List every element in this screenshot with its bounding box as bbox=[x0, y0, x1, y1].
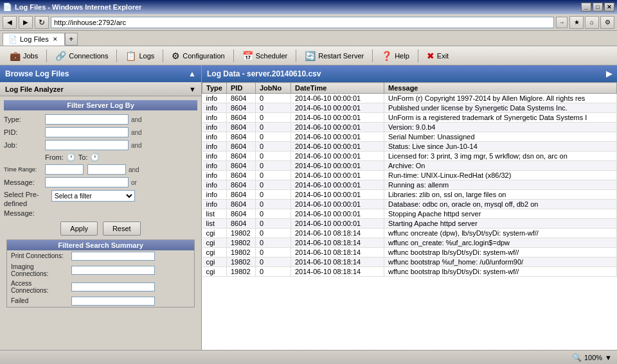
predefined-message-select[interactable]: Select a filter bbox=[51, 190, 135, 202]
close-button[interactable]: ✕ bbox=[604, 3, 614, 12]
exit-button[interactable]: ✖ Exit bbox=[421, 48, 454, 64]
pid-filter-row: PID: and bbox=[4, 127, 197, 137]
time-range-label: Time Range: bbox=[4, 166, 42, 173]
address-input[interactable] bbox=[51, 17, 554, 28]
title-bar-buttons[interactable]: _ □ ✕ bbox=[581, 3, 614, 12]
tab-log-files[interactable]: 📄 Log Files ✕ bbox=[3, 33, 65, 46]
help-button[interactable]: ❓ Help bbox=[375, 48, 415, 64]
help-icon: ❓ bbox=[381, 51, 392, 61]
connections-icon: 🔗 bbox=[55, 51, 66, 61]
cell-datetime: 2014-06-10 00:00:01 bbox=[291, 190, 384, 200]
cell-datetime: 2014-06-10 00:00:01 bbox=[291, 219, 384, 229]
cell-datetime: 2014-06-10 00:00:01 bbox=[291, 180, 384, 190]
tab-close-button[interactable]: ✕ bbox=[51, 35, 59, 43]
browse-log-files-header: Browse Log Files ▲ bbox=[0, 65, 201, 82]
zoom-icon: 🔍 bbox=[572, 353, 582, 362]
browse-panel-toggle[interactable]: ▲ bbox=[188, 69, 196, 78]
cell-pid: 8604 bbox=[227, 113, 256, 123]
main-layout: Browse Log Files ▲ Log File Analyzer ▼ F… bbox=[0, 65, 617, 350]
print-connections-input[interactable] bbox=[71, 252, 155, 261]
separator-1 bbox=[46, 49, 47, 62]
job-label: Job: bbox=[4, 141, 42, 149]
table-row[interactable]: cgi 19802 0 2014-06-10 08:18:14 wffunc b… bbox=[202, 248, 617, 257]
favorites-button[interactable]: ★ bbox=[569, 16, 584, 29]
cell-jobno: 0 bbox=[256, 180, 291, 190]
restart-server-button[interactable]: 🔄 Restart Server bbox=[299, 48, 370, 64]
table-row[interactable]: info 8604 0 2014-06-10 00:00:01 Licensed… bbox=[202, 152, 617, 161]
table-row[interactable]: list 8604 0 2014-06-10 00:00:01 Stopping… bbox=[202, 209, 617, 219]
cell-pid: 19802 bbox=[227, 238, 256, 248]
summary-title: Filtered Search Summary bbox=[7, 240, 194, 250]
select-predefined-label: Select Pre-defined Message: bbox=[4, 190, 49, 218]
scheduler-button[interactable]: 📅 Scheduler bbox=[237, 48, 294, 64]
back-button[interactable]: ◀ bbox=[3, 16, 17, 29]
table-row[interactable]: info 8604 0 2014-06-10 00:00:01 Running … bbox=[202, 180, 617, 190]
table-row[interactable]: cgi 19802 0 2014-06-10 08:18:14 wffunc o… bbox=[202, 229, 617, 238]
jobs-button[interactable]: 💼 Jobs bbox=[4, 48, 44, 64]
zoom-dropdown-arrow[interactable]: ▼ bbox=[605, 354, 612, 361]
tab-label: Log Files bbox=[20, 35, 49, 43]
job-and: and bbox=[131, 142, 142, 149]
reset-button[interactable]: Reset bbox=[103, 221, 141, 236]
cell-type: info bbox=[202, 113, 227, 123]
table-row[interactable]: info 8604 0 2014-06-10 00:00:01 Database… bbox=[202, 200, 617, 209]
table-row[interactable]: info 8604 0 2014-06-10 00:00:01 Run-time… bbox=[202, 171, 617, 180]
job-input[interactable] bbox=[45, 140, 129, 150]
cell-jobno: 0 bbox=[256, 103, 291, 113]
apply-button[interactable]: Apply bbox=[60, 221, 98, 236]
cell-message: wffunc oncreate (dpw), lb/syDt/syDi: sys… bbox=[384, 229, 617, 238]
access-connections-input[interactable] bbox=[71, 282, 155, 291]
time-from-input[interactable] bbox=[45, 164, 84, 175]
new-tab-button[interactable]: + bbox=[65, 33, 78, 46]
settings-button[interactable]: ⚙ bbox=[600, 16, 614, 29]
title-bar: 📄 Log Files - Windows Internet Explorer … bbox=[0, 0, 617, 14]
table-row[interactable]: cgi 19802 0 2014-06-10 08:18:14 wffunc b… bbox=[202, 257, 617, 267]
analyzer-toggle-arrow[interactable]: ▼ bbox=[189, 85, 196, 93]
table-row[interactable]: info 8604 0 2014-06-10 00:00:01 Archive:… bbox=[202, 161, 617, 171]
to-clock-icon: 🕐 bbox=[90, 153, 100, 162]
cell-type: info bbox=[202, 152, 227, 161]
cell-jobno: 0 bbox=[256, 152, 291, 161]
connections-button[interactable]: 🔗 Connections bbox=[49, 48, 114, 64]
imaging-connections-input[interactable] bbox=[71, 266, 155, 275]
table-row[interactable]: info 8604 0 2014-06-10 00:00:01 UnForm i… bbox=[202, 113, 617, 123]
title-bar-left: 📄 Log Files - Windows Internet Explorer bbox=[3, 3, 141, 12]
cell-jobno: 0 bbox=[256, 123, 291, 132]
filter-title: Filter Server Log By bbox=[4, 100, 197, 110]
configuration-button[interactable]: ⚙ Configuration bbox=[166, 48, 230, 64]
cell-jobno: 0 bbox=[256, 94, 291, 103]
table-row[interactable]: cgi 19802 0 2014-06-10 08:18:14 wffunc o… bbox=[202, 238, 617, 248]
jobs-icon: 💼 bbox=[10, 51, 21, 61]
go-button[interactable]: → bbox=[556, 17, 568, 28]
cell-pid: 8604 bbox=[227, 132, 256, 142]
home-button[interactable]: ⌂ bbox=[585, 16, 599, 29]
pid-input[interactable] bbox=[45, 127, 129, 137]
table-row[interactable]: cgi 19802 0 2014-06-10 08:18:14 wffunc b… bbox=[202, 267, 617, 277]
failed-input[interactable] bbox=[71, 297, 155, 306]
forward-button[interactable]: ▶ bbox=[19, 16, 33, 29]
maximize-button[interactable]: □ bbox=[593, 3, 603, 12]
connections-label: Connections bbox=[69, 52, 108, 60]
exit-icon: ✖ bbox=[427, 51, 434, 61]
time-to-input[interactable] bbox=[87, 164, 126, 175]
table-row[interactable]: info 8604 0 2014-06-10 00:00:01 Librarie… bbox=[202, 190, 617, 200]
table-row[interactable]: info 8604 0 2014-06-10 00:00:01 UnForm (… bbox=[202, 94, 617, 103]
table-row[interactable]: info 8604 0 2014-06-10 00:00:01 Status: … bbox=[202, 142, 617, 152]
message-input[interactable] bbox=[45, 177, 129, 187]
table-row[interactable]: list 8604 0 2014-06-10 00:00:01 Starting… bbox=[202, 219, 617, 229]
table-row[interactable]: info 8604 0 2014-06-10 00:00:01 Publishe… bbox=[202, 103, 617, 113]
right-panel-arrow[interactable]: ▶ bbox=[606, 69, 612, 78]
logs-label: Logs bbox=[139, 52, 154, 60]
cell-type: info bbox=[202, 161, 227, 171]
logs-button[interactable]: 📋 Logs bbox=[120, 48, 160, 64]
table-row[interactable]: info 8604 0 2014-06-10 00:00:01 Version:… bbox=[202, 123, 617, 132]
cell-type: info bbox=[202, 142, 227, 152]
refresh-button[interactable]: ↻ bbox=[35, 16, 49, 29]
status-bar: 🔍 100% ▼ bbox=[0, 350, 617, 364]
pid-label: PID: bbox=[4, 128, 42, 136]
minimize-button[interactable]: _ bbox=[581, 3, 591, 12]
cell-type: info bbox=[202, 190, 227, 200]
type-input[interactable] bbox=[45, 114, 129, 125]
tab-bar: 📄 Log Files ✕ + bbox=[0, 31, 617, 46]
table-row[interactable]: info 8604 0 2014-06-10 00:00:01 Serial N… bbox=[202, 132, 617, 142]
